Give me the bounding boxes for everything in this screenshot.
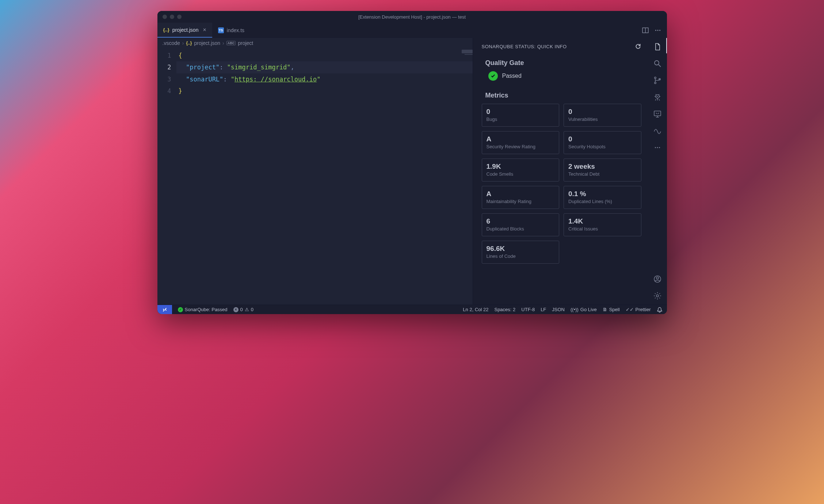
status-spell[interactable]: 🗎 Spell bbox=[603, 307, 620, 312]
tab-label: project.json bbox=[172, 27, 199, 33]
minimap[interactable] bbox=[462, 50, 473, 53]
line-number: 4 bbox=[157, 85, 171, 97]
run-debug-icon[interactable] bbox=[653, 93, 662, 102]
svg-point-4 bbox=[659, 30, 660, 31]
panel-title: SONARQUBE STATUS: QUICK INFO bbox=[482, 44, 567, 49]
code-token: " bbox=[317, 76, 320, 83]
refresh-icon[interactable] bbox=[635, 43, 641, 50]
metrics-grid: 0Bugs 0Vulnerabilities ASecurity Review … bbox=[482, 104, 645, 264]
explorer-icon[interactable] bbox=[653, 42, 662, 51]
remote-explorer-icon[interactable] bbox=[653, 110, 662, 118]
status-problems[interactable]: × 0 ⚠ 0 bbox=[233, 307, 253, 312]
close-tab-icon[interactable]: × bbox=[203, 27, 206, 33]
error-icon: × bbox=[233, 307, 239, 312]
svg-point-3 bbox=[657, 30, 658, 31]
metrics-heading: Metrics bbox=[485, 92, 645, 99]
double-check-icon: ✓✓ bbox=[626, 307, 634, 312]
source-control-icon[interactable] bbox=[653, 76, 662, 85]
metric-vulnerabilities[interactable]: 0Vulnerabilities bbox=[564, 104, 641, 127]
code-url[interactable]: https: //sonarcloud.io bbox=[234, 76, 317, 83]
sonarlint-icon[interactable] bbox=[653, 126, 662, 135]
breadcrumb-segment[interactable]: project.json bbox=[194, 40, 220, 46]
status-eol[interactable]: LF bbox=[541, 307, 546, 312]
code-token: " bbox=[231, 76, 234, 83]
close-window-icon[interactable] bbox=[163, 15, 167, 19]
metric-security-review[interactable]: ASecurity Review Rating bbox=[482, 131, 560, 154]
settings-gear-icon[interactable] bbox=[653, 291, 662, 300]
metric-lines-of-code[interactable]: 96.6KLines of Code bbox=[482, 241, 560, 264]
svg-point-12 bbox=[655, 147, 656, 148]
code-token: } bbox=[179, 87, 182, 95]
editor-tabs: {..} project.json × TS index.ts bbox=[157, 23, 667, 38]
svg-point-13 bbox=[657, 147, 658, 148]
svg-point-14 bbox=[659, 147, 660, 148]
line-number: 2 bbox=[157, 61, 171, 73]
quality-gate-heading: Quality Gate bbox=[485, 59, 645, 67]
statusbar: ✓ SonarQube: Passed × 0 ⚠ 0 Ln 2, Col 22… bbox=[157, 305, 667, 314]
quality-gate-text: Passed bbox=[502, 73, 522, 79]
metric-maintainability[interactable]: AMaintainability Rating bbox=[482, 186, 560, 209]
metric-code-smells[interactable]: 1.9KCode Smells bbox=[482, 159, 560, 182]
active-indicator bbox=[666, 38, 667, 53]
line-number: 1 bbox=[157, 50, 171, 61]
status-sonarqube[interactable]: ✓ SonarQube: Passed bbox=[178, 307, 228, 312]
chevron-right-icon: › bbox=[182, 40, 184, 46]
remote-indicator[interactable] bbox=[157, 305, 172, 314]
chevron-right-icon: › bbox=[222, 40, 224, 46]
code-token: { bbox=[179, 52, 182, 59]
notifications-icon[interactable] bbox=[657, 307, 663, 313]
line-number: 3 bbox=[157, 73, 171, 85]
metric-duplicated-blocks[interactable]: 6Duplicated Blocks bbox=[482, 213, 560, 236]
activity-bar bbox=[648, 38, 667, 305]
minimize-window-icon[interactable] bbox=[170, 15, 174, 19]
svg-point-8 bbox=[654, 82, 656, 84]
status-golive[interactable]: ((•)) Go Live bbox=[571, 307, 597, 312]
status-prettier[interactable]: ✓✓ Prettier bbox=[626, 307, 651, 312]
status-indent[interactable]: Spaces: 2 bbox=[494, 307, 515, 312]
status-encoding[interactable]: UTF-8 bbox=[521, 307, 535, 312]
zoom-window-icon[interactable] bbox=[177, 15, 182, 19]
metric-bugs[interactable]: 0Bugs bbox=[482, 104, 560, 127]
breadcrumb-segment[interactable]: project bbox=[238, 40, 253, 46]
more-icon[interactable] bbox=[653, 143, 662, 152]
code-token: "project" bbox=[186, 64, 220, 71]
code-area[interactable]: 1 2 3 4 { "project": "simgrid_simgrid", … bbox=[157, 48, 473, 305]
code-lines[interactable]: { "project": "simgrid_simgrid", "sonarUR… bbox=[176, 50, 473, 305]
accounts-icon[interactable] bbox=[653, 275, 662, 283]
svg-line-6 bbox=[659, 65, 661, 67]
sonarqube-panel: SONARQUBE STATUS: QUICK INFO Quality Gat… bbox=[473, 38, 648, 305]
metric-critical-issues[interactable]: 1.4KCritical Issues bbox=[564, 213, 641, 236]
editor-actions bbox=[642, 23, 667, 38]
tab-project-json[interactable]: {..} project.json × bbox=[157, 23, 212, 38]
code-token: "simgrid_simgrid" bbox=[227, 64, 291, 71]
metric-security-hotspots[interactable]: 0Security Hotspots bbox=[564, 131, 641, 154]
tab-label: index.ts bbox=[227, 27, 244, 33]
breadcrumb-segment[interactable]: .vscode bbox=[163, 40, 180, 46]
status-cursor[interactable]: Ln 2, Col 22 bbox=[463, 307, 488, 312]
svg-point-16 bbox=[656, 277, 659, 279]
check-circle-icon: ✓ bbox=[178, 307, 183, 312]
line-gutter: 1 2 3 4 bbox=[157, 50, 176, 305]
typescript-file-icon: TS bbox=[218, 27, 224, 33]
tab-index-ts[interactable]: TS index.ts bbox=[212, 23, 250, 38]
svg-point-2 bbox=[655, 30, 656, 31]
more-actions-icon[interactable] bbox=[655, 27, 661, 34]
quality-gate-status: Passed bbox=[488, 71, 645, 81]
document-icon: 🗎 bbox=[603, 307, 607, 312]
metric-duplicated-lines[interactable]: 0.1 %Duplicated Lines (%) bbox=[564, 186, 641, 209]
status-language[interactable]: JSON bbox=[552, 307, 565, 312]
traffic-lights bbox=[163, 15, 182, 19]
json-file-icon: {..} bbox=[186, 41, 192, 46]
code-token: "sonarURL" bbox=[186, 76, 223, 83]
minimap[interactable] bbox=[465, 54, 473, 55]
string-symbol-icon: ABC bbox=[226, 41, 236, 45]
split-editor-icon[interactable] bbox=[642, 27, 649, 34]
search-icon[interactable] bbox=[653, 59, 662, 68]
metric-technical-debt[interactable]: 2 weeksTechnical Debt bbox=[564, 159, 641, 182]
json-file-icon: {..} bbox=[163, 27, 169, 33]
svg-point-7 bbox=[654, 77, 656, 79]
editor[interactable]: .vscode › {..} project.json › ABC projec… bbox=[157, 38, 473, 305]
breadcrumbs[interactable]: .vscode › {..} project.json › ABC projec… bbox=[157, 38, 473, 48]
warning-icon: ⚠ bbox=[245, 307, 249, 312]
svg-point-5 bbox=[655, 61, 659, 65]
